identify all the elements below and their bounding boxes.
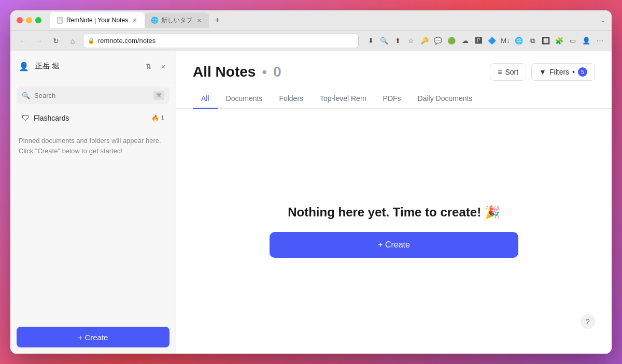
app-body: 👤 正岳 堀 ⇅ « 🔍 ⌘ 🛡 Flashcards bbox=[10, 51, 612, 354]
user-avatar-icon[interactable]: 👤 bbox=[581, 35, 592, 47]
user-name: 正岳 堀 bbox=[35, 62, 59, 71]
sidebar: 👤 正岳 堀 ⇅ « 🔍 ⌘ 🛡 Flashcards bbox=[10, 51, 176, 354]
filter-icon: ▼ bbox=[539, 68, 546, 76]
sort-sidebar-icon[interactable]: ⇅ bbox=[143, 60, 155, 72]
tab-pdfs[interactable]: PDFs bbox=[375, 89, 409, 109]
search-shortcut: ⌘ bbox=[153, 91, 164, 100]
bookmark-icon[interactable]: ☆ bbox=[405, 35, 417, 47]
flashcards-label: Flashcards bbox=[34, 114, 147, 122]
flashcards-icon: 🛡 bbox=[22, 113, 30, 122]
flashcards-badge: 🔥 1 bbox=[151, 114, 164, 122]
search-input[interactable] bbox=[34, 92, 149, 99]
download-icon[interactable]: ⬇ bbox=[365, 35, 376, 47]
chat-icon[interactable]: 💬 bbox=[432, 35, 444, 47]
back-button[interactable]: ← bbox=[17, 35, 29, 47]
remnote-tab-close[interactable]: ✕ bbox=[131, 17, 138, 24]
password-icon[interactable]: 🔑 bbox=[419, 35, 430, 47]
address-input[interactable]: 🔒 remnote.com/notes bbox=[83, 34, 359, 48]
sidebar-create-button[interactable]: + Create bbox=[17, 327, 169, 347]
sort-label: Sort bbox=[505, 68, 518, 76]
search-container: 🔍 ⌘ bbox=[10, 82, 176, 108]
markdown-icon[interactable]: M↓ bbox=[500, 35, 511, 47]
empty-state: Nothing here yet. Time to create! 🎉 + Cr… bbox=[176, 109, 612, 354]
tab-documents[interactable]: Documents bbox=[218, 89, 271, 109]
tab-daily[interactable]: Daily Documents bbox=[409, 89, 481, 109]
remnote-tab-label: RemNote | Your Notes bbox=[66, 17, 128, 24]
browser-window: 📋 RemNote | Your Notes ✕ 🌐 新しいタブ ✕ + ⌄ ←… bbox=[10, 10, 612, 354]
collapse-sidebar-icon[interactable]: « bbox=[157, 60, 169, 72]
flashcards-count: 1 bbox=[161, 114, 164, 122]
header-actions: ≡ Sort ▼ Filters • 5 bbox=[490, 63, 595, 81]
filters-label: Filters bbox=[549, 68, 569, 76]
page-title-text: All Notes bbox=[193, 64, 256, 80]
sort-icon: ≡ bbox=[498, 68, 502, 76]
filters-count-badge: 5 bbox=[578, 67, 587, 77]
browser-tabs: 📋 RemNote | Your Notes ✕ 🌐 新しいタブ ✕ + ⌄ bbox=[50, 12, 605, 28]
tab-all[interactable]: All bbox=[193, 89, 218, 109]
tab-remnote[interactable]: 📋 RemNote | Your Notes ✕ bbox=[50, 12, 145, 28]
tabs-navigation: All Documents Folders Top-level Rem PDFs… bbox=[176, 89, 612, 109]
search-icon: 🔍 bbox=[22, 92, 30, 99]
sidebar-item-flashcards[interactable]: 🛡 Flashcards 🔥 1 bbox=[13, 109, 173, 126]
tab-folders[interactable]: Folders bbox=[271, 89, 312, 109]
cloud-icon[interactable]: ☁ bbox=[459, 35, 471, 47]
paypal-icon[interactable]: 🅿 bbox=[473, 35, 484, 47]
help-button[interactable]: ? bbox=[581, 314, 595, 329]
maximize-button[interactable] bbox=[35, 17, 41, 23]
browser-toolbar-icons: ⬇ 🔍 ⬆ ☆ 🔑 💬 🟢 ☁ 🅿 🔷 M↓ 🌐 ⧉ 🔲 🧩 ▭ 👤 ⋯ bbox=[365, 35, 605, 47]
address-bar: ← → ↻ ⌂ 🔒 remnote.com/notes ⬇ 🔍 ⬆ ☆ 🔑 💬 … bbox=[10, 30, 612, 51]
main-header: All Notes • 0 ≡ Sort ▼ Filters • bbox=[176, 51, 612, 81]
tab-toplevel[interactable]: Top-level Rem bbox=[312, 89, 374, 109]
page-title: All Notes • 0 bbox=[193, 64, 281, 80]
reload-button[interactable]: ↻ bbox=[50, 35, 62, 47]
new-tab-button[interactable]: + bbox=[211, 14, 223, 26]
ext1-icon[interactable]: 🔷 bbox=[486, 35, 498, 47]
main-content: All Notes • 0 ≡ Sort ▼ Filters • bbox=[176, 51, 612, 354]
pinned-message: Pinned documents and folders will appear… bbox=[10, 127, 176, 164]
user-info: 👤 正岳 堀 bbox=[17, 59, 59, 74]
traffic-lights bbox=[17, 17, 41, 23]
user-avatar-icon: 👤 bbox=[17, 59, 31, 74]
sidebar-header: 👤 正岳 堀 ⇅ « bbox=[10, 51, 176, 82]
ext2-icon[interactable]: 🔲 bbox=[540, 35, 552, 47]
flashcard-badge-icon: 🔥 bbox=[151, 114, 159, 122]
remnote-tab-icon: 📋 bbox=[56, 17, 63, 24]
minimize-button[interactable] bbox=[26, 17, 32, 23]
title-bar: 📋 RemNote | Your Notes ✕ 🌐 新しいタブ ✕ + ⌄ bbox=[10, 10, 612, 30]
tabs-chevron-icon[interactable]: ⌄ bbox=[600, 17, 605, 24]
sort-button[interactable]: ≡ Sort bbox=[490, 63, 526, 81]
share-icon[interactable]: ⬆ bbox=[392, 35, 403, 47]
newtab-tab-label: 新しいタブ bbox=[161, 16, 192, 25]
filters-button[interactable]: ▼ Filters • 5 bbox=[531, 63, 595, 81]
newtab-tab-icon: 🌐 bbox=[151, 17, 158, 24]
close-button[interactable] bbox=[17, 17, 23, 23]
search-box[interactable]: 🔍 ⌘ bbox=[17, 86, 169, 104]
sidebar-footer: + Create bbox=[10, 321, 176, 354]
newtab-tab-close[interactable]: ✕ bbox=[195, 17, 203, 24]
main-create-button[interactable]: + Create bbox=[270, 232, 518, 258]
menu-icon[interactable]: ⋯ bbox=[594, 35, 605, 47]
sidebar-toggle-icon[interactable]: ▭ bbox=[567, 35, 578, 47]
puzzle-icon[interactable]: 🧩 bbox=[554, 35, 565, 47]
profile-icon[interactable]: 🟢 bbox=[446, 35, 457, 47]
note-count: 0 bbox=[273, 64, 281, 80]
main-wrapper: All Notes • 0 ≡ Sort ▼ Filters • bbox=[176, 51, 612, 354]
zoom-icon[interactable]: 🔍 bbox=[378, 35, 390, 47]
tab-newtab[interactable]: 🌐 新しいタブ ✕ bbox=[145, 12, 209, 28]
forward-button[interactable]: → bbox=[33, 35, 46, 47]
empty-state-title: Nothing here yet. Time to create! 🎉 bbox=[288, 205, 500, 220]
address-text: remnote.com/notes bbox=[98, 37, 156, 45]
sidebar-controls: ⇅ « bbox=[143, 60, 169, 72]
translate-icon[interactable]: 🌐 bbox=[513, 35, 525, 47]
home-button[interactable]: ⌂ bbox=[66, 35, 79, 47]
lock-icon: 🔒 bbox=[88, 37, 95, 44]
stack-icon[interactable]: ⧉ bbox=[527, 35, 538, 47]
